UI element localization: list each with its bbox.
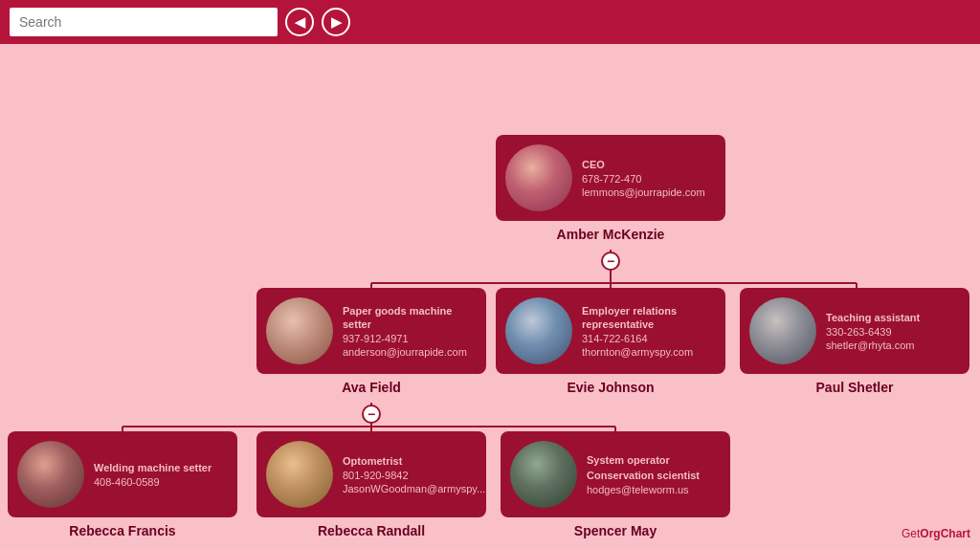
email-evie: thornton@armyspy.com — [582, 346, 714, 358]
job-title-amber: CEO — [582, 158, 705, 171]
branding-suffix: OrgChart — [920, 527, 970, 540]
node-rebecca-r[interactable]: Optometrist 801-920-9842 JasonWGoodman@a… — [256, 431, 486, 538]
avatar-paul — [749, 297, 816, 364]
job-title-rebecca-f: Welding machine setter — [94, 461, 212, 474]
email-spencer: hodges@teleworm.us — [587, 484, 700, 495]
job-title-spencer: System operator — [587, 453, 700, 467]
phone-amber: 678-772-470 — [582, 173, 705, 185]
node-paul[interactable]: Teaching assistant 330-263-6439 shetler@… — [740, 288, 969, 395]
info-evie: Employer relations representative 314-72… — [582, 304, 714, 359]
avatar-ava — [266, 297, 333, 364]
forward-button[interactable]: ▶ — [322, 8, 350, 36]
job-title-evie: Employer relations representative — [582, 304, 714, 332]
avatar-rebecca-f — [17, 441, 84, 508]
phone-ava: 937-912-4971 — [343, 333, 475, 344]
job-title-rebecca-r: Optometrist — [343, 454, 485, 468]
back-button[interactable]: ◀ — [285, 8, 314, 36]
name-paul: Paul Shetler — [816, 380, 894, 395]
info-ava: Paper goods machine setter 937-912-4971 … — [343, 304, 475, 359]
email-ava: anderson@jourrapide.com — [343, 346, 475, 358]
avatar-spencer — [510, 441, 577, 508]
topbar: ◀ ▶ — [0, 0, 980, 44]
phone-rebecca-f: 408-460-0589 — [94, 476, 212, 488]
branding: GetOrgChart — [902, 527, 970, 540]
info-spencer: System operator Conservation scientist h… — [587, 453, 700, 496]
name-rebecca-r: Rebecca Randall — [318, 523, 425, 538]
name-spencer: Spencer May — [574, 523, 657, 538]
name-amber: Amber McKenzie — [557, 227, 665, 242]
node-spencer[interactable]: System operator Conservation scientist h… — [501, 431, 730, 538]
name-evie: Evie Johnson — [567, 380, 654, 395]
toggle-amber[interactable]: − — [601, 252, 620, 271]
email-amber: lemmons@jourrapide.com — [582, 186, 705, 198]
node-evie[interactable]: Employer relations representative 314-72… — [496, 288, 725, 395]
email-rebecca-r: JasonWGoodman@armyspy... — [343, 483, 485, 494]
name-ava: Ava Field — [342, 380, 401, 395]
avatar-rebecca-r — [266, 441, 333, 508]
email-paul: shetler@rhyta.com — [826, 340, 920, 351]
chart-area: CEO 678-772-470 lemmons@jourrapide.com A… — [0, 44, 980, 548]
info-rebecca-r: Optometrist 801-920-9842 JasonWGoodman@a… — [343, 454, 485, 494]
info-amber: CEO 678-772-470 lemmons@jourrapide.com — [582, 158, 705, 198]
search-input[interactable] — [10, 8, 278, 36]
job-title2-spencer: Conservation scientist — [587, 469, 700, 482]
phone-evie: 314-722-6164 — [582, 333, 714, 344]
toggle-ava[interactable]: − — [362, 405, 381, 424]
info-paul: Teaching assistant 330-263-6439 shetler@… — [826, 311, 920, 351]
node-ava[interactable]: Paper goods machine setter 937-912-4971 … — [256, 288, 486, 395]
phone-rebecca-r: 801-920-9842 — [343, 470, 485, 481]
node-amber[interactable]: CEO 678-772-470 lemmons@jourrapide.com A… — [496, 135, 725, 242]
avatar-amber — [505, 144, 572, 211]
name-rebecca-f: Rebecca Francis — [69, 523, 175, 538]
job-title-ava: Paper goods machine setter — [343, 304, 475, 332]
node-rebecca-f[interactable]: Welding machine setter 408-460-0589 Rebe… — [8, 431, 237, 538]
job-title-paul: Teaching assistant — [826, 311, 920, 324]
phone-paul: 330-263-6439 — [826, 326, 920, 338]
avatar-evie — [505, 297, 572, 364]
info-rebecca-f: Welding machine setter 408-460-0589 — [94, 461, 212, 488]
